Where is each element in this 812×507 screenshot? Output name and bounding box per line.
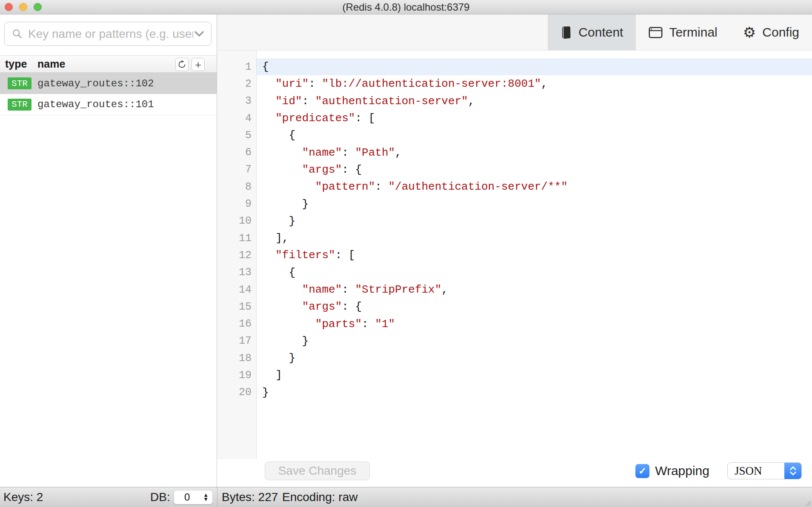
bytes-info: Bytes: 227 (222, 490, 278, 504)
select-stepper-icon (784, 463, 801, 479)
editor-line: 19 ] (217, 367, 812, 384)
editor-line: 18 } (217, 350, 812, 367)
editor-line: 8 "pattern": "/authentication-server/**" (217, 178, 812, 195)
code-line-text: { (257, 58, 812, 75)
wrapping-label: Wrapping (655, 464, 709, 478)
key-search-box (4, 22, 212, 46)
content-panel: Content Terminal ⚙ Config 1{2 "uri": "lb… (217, 14, 812, 487)
code-line-text: "predicates": [ (257, 110, 812, 127)
db-label: DB: (150, 490, 170, 504)
wrapping-checkbox[interactable]: ✓ Wrapping (635, 464, 709, 478)
code-line-text: "args": { (257, 161, 812, 178)
editor-line: 17 } (217, 333, 812, 350)
line-number: 4 (217, 112, 257, 125)
column-header-type: type (5, 58, 37, 70)
plus-icon: + (195, 59, 201, 70)
code-line-text: "name": "Path", (257, 144, 812, 161)
json-editor[interactable]: 1{2 "uri": "lb://authentication-server:8… (217, 51, 812, 459)
line-number: 17 (217, 335, 257, 347)
editor-line: 1{ (217, 58, 812, 75)
search-icon (11, 28, 23, 40)
key-row[interactable]: STRgateway_routes::102 (0, 73, 217, 94)
format-select[interactable]: JSON (727, 462, 802, 479)
add-key-button[interactable]: + (192, 58, 205, 71)
line-number: 16 (217, 318, 257, 330)
key-name: gateway_routes::102 (37, 78, 154, 89)
line-number: 3 (217, 95, 257, 107)
line-number: 18 (217, 352, 257, 365)
line-number: 19 (217, 369, 257, 382)
stepper-arrows-icon: ▲ ▼ (203, 493, 209, 501)
encoding-info: Encoding: raw (282, 490, 357, 504)
key-list-header: type name + (0, 55, 217, 73)
code-line-text: } (257, 384, 812, 401)
resize-grip[interactable] (803, 498, 811, 506)
db-select-value: 0 (174, 491, 190, 503)
line-number: 5 (217, 129, 257, 142)
editor-line: 16 "parts": "1" (217, 315, 812, 332)
editor-line: 9 } (217, 195, 812, 212)
line-number: 15 (217, 301, 257, 313)
line-number: 10 (217, 215, 257, 227)
code-line-text: "parts": "1" (257, 315, 812, 332)
checkbox-check-icon: ✓ (635, 464, 649, 478)
refresh-keys-button[interactable] (175, 58, 189, 71)
line-number: 11 (217, 232, 257, 245)
tabbar: Content Terminal ⚙ Config (217, 14, 812, 51)
editor-line: 6 "name": "Path", (217, 144, 812, 161)
editor-line: 14 "name": "StripPrefix", (217, 281, 812, 298)
line-number: 8 (217, 181, 257, 193)
db-select[interactable]: 0 ▲ ▼ (174, 490, 213, 504)
line-number: 1 (217, 61, 257, 73)
line-number: 13 (217, 266, 257, 279)
key-type-badge: STR (8, 77, 31, 89)
line-number: 9 (217, 198, 257, 210)
code-line-text: ] (257, 367, 812, 384)
tab-terminal[interactable]: Terminal (636, 14, 730, 50)
minimize-window-button[interactable] (19, 3, 27, 11)
traffic-lights (5, 3, 42, 11)
window-title: (Redis 4.0.8) localhost:6379 (0, 0, 812, 14)
code-line-text: "id": "authentication-server", (257, 93, 812, 110)
editor-line: 10 } (217, 213, 812, 230)
app-window: (Redis 4.0.8) localhost:6379 type nam (0, 0, 812, 507)
terminal-icon (649, 27, 663, 38)
statusbar: Keys: 2 DB: 0 ▲ ▼ Bytes: 227 Encoding: r… (0, 487, 812, 507)
keys-count: Keys: 2 (3, 490, 43, 504)
key-list: STRgateway_routes::102STRgateway_routes:… (0, 73, 217, 487)
line-number: 2 (217, 78, 257, 90)
line-number: 6 (217, 146, 257, 159)
code-line-text: "filters": [ (257, 247, 812, 264)
line-number: 20 (217, 386, 257, 399)
code-line-text: } (257, 213, 812, 230)
code-line-text: "pattern": "/authentication-server/**" (257, 178, 812, 195)
key-row[interactable]: STRgateway_routes::101 (0, 94, 217, 115)
editor-line: 4 "predicates": [ (217, 110, 812, 127)
search-area (0, 14, 217, 55)
code-line-text: { (257, 127, 812, 144)
search-dropdown-chevron-icon[interactable] (194, 31, 204, 37)
titlebar: (Redis 4.0.8) localhost:6379 (0, 0, 812, 14)
column-header-name: name (37, 58, 65, 70)
editor-footer: Save Changes ✓ Wrapping JSON (217, 459, 812, 487)
key-type-badge: STR (8, 99, 31, 111)
save-changes-button[interactable]: Save Changes (265, 461, 370, 480)
line-number: 12 (217, 249, 257, 262)
code-line-text: { (257, 264, 812, 281)
editor-line: 20} (217, 384, 812, 401)
editor-line: 15 "args": { (217, 298, 812, 315)
editor-line: 13 { (217, 264, 812, 281)
tab-content[interactable]: Content (548, 14, 636, 50)
code-line-text: ], (257, 230, 812, 247)
format-select-value: JSON (728, 464, 784, 478)
close-window-button[interactable] (5, 3, 13, 11)
gear-icon: ⚙ (743, 25, 756, 40)
tab-config[interactable]: ⚙ Config (730, 14, 812, 50)
editor-line: 5 { (217, 127, 812, 144)
code-line-text: "args": { (257, 298, 812, 315)
tab-label: Content (578, 25, 623, 40)
zoom-window-button[interactable] (34, 3, 42, 11)
code-line-text: } (257, 195, 812, 212)
key-search-input[interactable] (27, 27, 194, 41)
book-icon (560, 26, 572, 39)
